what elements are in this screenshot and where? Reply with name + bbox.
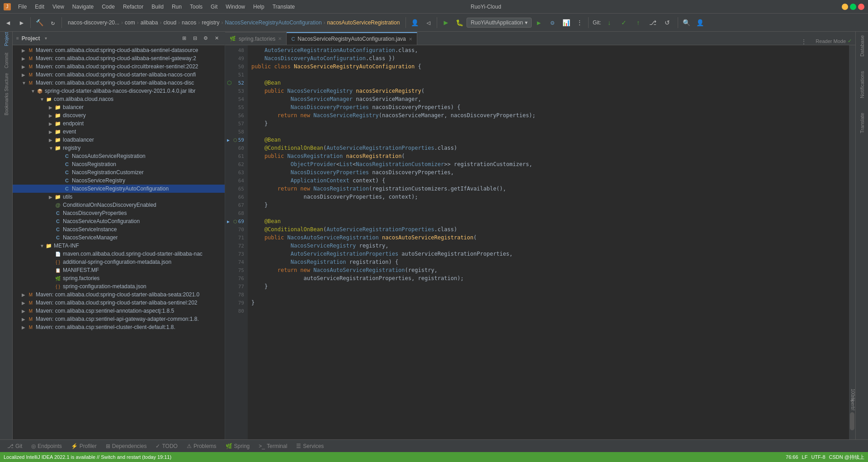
branch-name[interactable]: CSDN @持续上 <box>829 454 864 461</box>
close-button[interactable] <box>858 4 864 10</box>
commit-icon[interactable]: Commit <box>1 55 12 66</box>
tree-item[interactable]: ▶ M Maven: com.alibaba.cloud:spring-clou… <box>13 71 225 79</box>
breadcrumb-project[interactable]: nacos-discovery-20... <box>68 19 119 26</box>
tree-item[interactable]: ▶ M Maven: com.alibaba.cloud:spring-clou… <box>13 54 225 62</box>
build-button[interactable]: 🔨 <box>33 16 46 29</box>
tree-item[interactable]: 📄 maven.com.alibaba.cloud.spring-cloud-s… <box>13 250 225 258</box>
bottom-tab-profiler[interactable]: ⚡ Profiler <box>67 442 100 450</box>
menu-file[interactable]: File <box>14 3 30 11</box>
debug2-button[interactable]: ⚙ <box>546 16 559 29</box>
git-update[interactable]: ↓ <box>603 16 616 29</box>
structure-label[interactable]: Structure <box>1 77 12 88</box>
breadcrumb-com[interactable]: com <box>125 19 135 26</box>
profile-icon[interactable]: 👤 <box>694 16 707 29</box>
encoding[interactable]: UTF-8 <box>811 454 825 460</box>
tree-item[interactable]: ▶ M Maven: com.alibaba.cloud:spring-clou… <box>13 299 225 307</box>
scroll-to-source[interactable]: ⊞ <box>179 34 189 43</box>
menu-translate[interactable]: Translate <box>269 3 299 11</box>
menu-tools[interactable]: Tools <box>186 3 206 11</box>
tree-item[interactable]: ▼ 📦 spring-cloud-starter-alibaba-nacos-d… <box>13 87 225 95</box>
tree-item[interactable]: ▶ 📁 endpoint <box>13 119 225 128</box>
tree-item[interactable]: ▼ 📁 com.alibaba.cloud.nacos <box>13 95 225 103</box>
search-button[interactable]: 👤 <box>408 16 421 29</box>
bottom-tab-services[interactable]: ☰ Services <box>292 442 327 450</box>
breadcrumb-registry[interactable]: registry <box>202 19 219 26</box>
tree-item[interactable]: ▶ M Maven: com.alibaba.cloud:spring-clou… <box>13 291 225 299</box>
back-button[interactable]: ◀ <box>2 16 14 29</box>
breadcrumb-cloud[interactable]: cloud <box>163 19 176 26</box>
tree-item[interactable]: ▼ M Maven: com.alibaba.cloud:spring-clou… <box>13 79 225 87</box>
run-button[interactable]: ▶ <box>533 16 545 29</box>
minimize-button[interactable] <box>842 4 848 10</box>
tab-close[interactable]: ✕ <box>278 36 282 41</box>
tab-nacos-config[interactable]: C NacosServiceRegistryAutoConfiguration.… <box>287 32 417 45</box>
tree-item[interactable]: ▶ M Maven: com.alibaba.csp:sentinel-api-… <box>13 315 225 323</box>
more-run-button[interactable]: ⋮ <box>573 16 586 29</box>
menu-code[interactable]: Code <box>98 3 118 11</box>
tree-item-selected[interactable]: C NacosServiceRegistryAutoConfiguration <box>13 185 225 193</box>
breadcrumb-class[interactable]: NacosServiceRegistryAutoConfiguration <box>225 19 321 26</box>
tree-item[interactable]: 🌿 spring.factories <box>13 274 225 282</box>
close-panel[interactable]: ✕ <box>212 34 221 43</box>
tab-more[interactable]: ⋮ <box>797 38 810 45</box>
bottom-tab-spring[interactable]: 🌿 Spring <box>222 442 254 450</box>
run-green-button[interactable]: ▶ <box>439 16 452 29</box>
tree-item[interactable]: C NacosServiceManager <box>13 233 225 242</box>
menu-git[interactable]: Git <box>207 3 221 11</box>
tree-item[interactable]: ▶ M Maven: com.alibaba.csp:sentinel-anno… <box>13 307 225 315</box>
tab-spring-factories[interactable]: 🌿 spring.factories ✕ <box>225 32 287 45</box>
translate-label[interactable]: Translate <box>859 111 866 135</box>
database-label[interactable]: Database <box>859 33 866 58</box>
breadcrumb-method[interactable]: nacosAutoServiceRegistration <box>327 19 400 26</box>
breadcrumb-alibaba[interactable]: alibaba <box>141 19 158 26</box>
maximize-button[interactable] <box>850 4 856 10</box>
breadcrumb-nacos[interactable]: nacos <box>182 19 196 26</box>
notifications-label[interactable]: Notifications <box>859 69 866 100</box>
sync-button[interactable]: ↻ <box>47 16 59 29</box>
bottom-tab-problems[interactable]: ⚠ Problems <box>183 442 220 450</box>
tree-item[interactable]: C NacosServiceAutoConfiguration <box>13 217 225 225</box>
search-everywhere[interactable]: 🔍 <box>680 16 693 29</box>
tree-item[interactable]: ▶ 📁 discovery <box>13 111 225 119</box>
git-push[interactable]: ✓ <box>618 16 630 29</box>
coverage-button[interactable]: 📊 <box>560 16 572 29</box>
git-commit[interactable]: ↑ <box>632 16 645 29</box>
menu-navigate[interactable]: Navigate <box>69 3 97 11</box>
project-icon[interactable]: Project <box>1 33 12 44</box>
reader-mode[interactable]: Reader Mode ✓ <box>812 37 855 45</box>
tree-item[interactable]: { } additional-spring-configuration-meta… <box>13 258 225 266</box>
tree-item[interactable]: ▶ 📁 utils <box>13 193 225 201</box>
vcs-button[interactable]: ◁ <box>422 16 434 29</box>
tree-item[interactable]: ▶ 📁 event <box>13 128 225 136</box>
scrollbar-thumb[interactable] <box>850 412 854 430</box>
git-refresh[interactable]: ↺ <box>661 16 674 29</box>
collapse-all[interactable]: ⊟ <box>190 34 199 43</box>
tree-item[interactable]: C NacosRegistrationCustomizer <box>13 168 225 176</box>
tree-item[interactable]: ▶ M Maven: com.alibaba.csp:sentinel-clus… <box>13 323 225 331</box>
tree-item[interactable]: @ ConditionalOnNacosDiscoveryEnabled <box>13 201 225 209</box>
bottom-tab-terminal[interactable]: >_ Terminal <box>255 442 291 450</box>
line-separator[interactable]: LF <box>802 454 808 460</box>
bottom-tab-dependencies[interactable]: ⊞ Dependencies <box>102 442 151 450</box>
tree-item[interactable]: 📋 MANIFEST.MF <box>13 266 225 274</box>
bookmarks-label[interactable]: Bookmarks <box>1 99 12 110</box>
tree-item[interactable]: C NacosAutoServiceRegistration <box>13 152 225 160</box>
bottom-tab-endpoints[interactable]: ◎ Endpoints <box>28 442 65 450</box>
forward-button[interactable]: ▶ <box>15 16 28 29</box>
tree-item[interactable]: ▶ M Maven: com.alibaba.cloud:spring-clou… <box>13 62 225 71</box>
code-content[interactable]: AutoServiceRegistrationAutoConfiguration… <box>248 45 849 439</box>
tree-item[interactable]: ▶ 📁 loadbalancer <box>13 136 225 144</box>
cursor-position[interactable]: 76:66 <box>786 454 798 460</box>
git-branch[interactable]: ⎇ <box>646 16 659 29</box>
debug-button[interactable]: 🐛 <box>453 16 466 29</box>
menu-build[interactable]: Build <box>148 3 167 11</box>
menu-edit[interactable]: Edit <box>31 3 48 11</box>
settings-icon[interactable]: ⚙ <box>201 34 210 43</box>
tree-item-registry[interactable]: ▼ 📁 registry <box>13 144 225 152</box>
menu-help[interactable]: Help <box>250 3 268 11</box>
bottom-tab-todo[interactable]: ✓ TODO <box>152 442 181 450</box>
tab-close[interactable]: ✕ <box>409 37 412 42</box>
tree-item[interactable]: { } spring-configuration-metadata.json <box>13 282 225 291</box>
tree-item[interactable]: C NacosServiceRegistry <box>13 176 225 185</box>
menu-view[interactable]: View <box>49 3 68 11</box>
